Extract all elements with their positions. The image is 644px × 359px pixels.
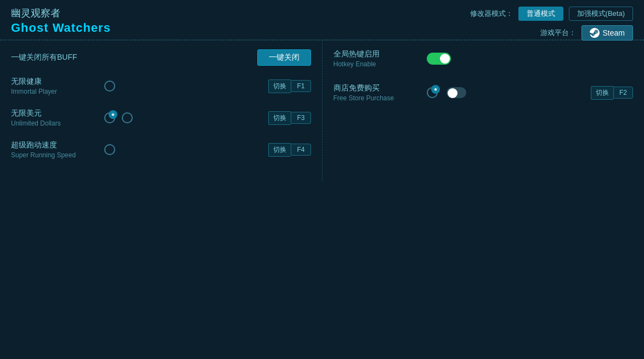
toggle-circle-running[interactable] (104, 144, 115, 155)
toggle-dollars: ★ (104, 112, 133, 123)
mode-normal-button[interactable]: 普通模式 (518, 7, 563, 21)
keybind-key-dollars: F3 (291, 112, 310, 124)
steam-icon (590, 28, 600, 38)
star-badge-store: ★ (431, 85, 440, 94)
app-container: 幽灵观察者 Ghost Watchers 修改器模式： 普通模式 加强模式(Be… (0, 0, 644, 359)
close-all-label: 一键关闭所有BUFF (11, 53, 77, 62)
toggle-circle-immortal[interactable] (104, 81, 115, 92)
keybind-running: 切换 F4 (268, 143, 310, 157)
left-panel: 一键关闭所有BUFF 一键关闭 无限健康 Immortal Player 切换 (0, 41, 323, 181)
keybind-switch-immortal[interactable]: 切换 (268, 79, 291, 93)
header-right: 修改器模式： 普通模式 加强模式(Beta) 游戏平台： Steam (470, 7, 633, 41)
platform-row: 游戏平台： Steam (540, 25, 633, 41)
hotkey-info: 全局热键启用 Hotkey Enable (334, 49, 421, 68)
toggle-circle-dollars-2[interactable] (122, 112, 133, 123)
feature-immortal-player: 无限健康 Immortal Player 切换 F1 (11, 77, 311, 95)
toggle-store: ★ (427, 87, 466, 98)
mode-row: 修改器模式： 普通模式 加强模式(Beta) (470, 7, 633, 21)
toggle-running (104, 144, 115, 155)
feature-en-dollars: Unlimited Dollars (11, 119, 99, 127)
feature-cn-store: 商店免费购买 (334, 83, 421, 93)
feature-free-store: 商店免费购买 Free Store Purchase ★ 切换 F2 (334, 83, 634, 102)
toggle-switch-store[interactable] (447, 87, 466, 98)
star-badge-dollars: ★ (109, 110, 117, 119)
feature-cn-dollars: 无限美元 (11, 109, 99, 118)
feature-info-store: 商店免费购买 Free Store Purchase (334, 83, 421, 102)
hotkey-cn: 全局热键启用 (334, 49, 421, 59)
keybind-switch-dollars[interactable]: 切换 (268, 111, 291, 125)
platform-label: 游戏平台： (540, 28, 576, 38)
right-panel: 全局热键启用 Hotkey Enable 商店免费购买 Free Store P… (323, 41, 645, 181)
feature-cn-immortal: 无限健康 (11, 77, 99, 87)
keybind-switch-store[interactable]: 切换 (591, 86, 613, 100)
keybind-key-store: F2 (613, 87, 633, 99)
keybind-key-immortal: F1 (291, 80, 310, 92)
feature-unlimited-dollars: 无限美元 Unlimited Dollars ★ 切换 F3 (11, 109, 311, 127)
steam-platform-button[interactable]: Steam (581, 25, 633, 41)
hotkey-enable-row: 全局热键启用 Hotkey Enable (334, 49, 634, 68)
feature-info-running: 超级跑动速度 Super Running Speed (11, 140, 99, 159)
mode-beta-button[interactable]: 加强模式(Beta) (569, 7, 633, 21)
feature-info-dollars: 无限美元 Unlimited Dollars (11, 109, 99, 127)
toggle-circle-store[interactable]: ★ (427, 87, 438, 98)
keybind-dollars: 切换 F3 (268, 111, 310, 125)
steam-label: Steam (603, 29, 625, 37)
toggle-circle-dollars[interactable]: ★ (104, 112, 115, 123)
keybind-store: 切换 F2 (591, 86, 633, 100)
toggle-immortal (104, 81, 115, 92)
feature-en-immortal: Immortal Player (11, 88, 99, 95)
hotkey-en: Hotkey Enable (334, 60, 421, 68)
feature-super-running: 超级跑动速度 Super Running Speed 切换 F4 (11, 140, 311, 159)
keybind-immortal: 切换 F1 (268, 79, 310, 93)
feature-info-immortal: 无限健康 Immortal Player (11, 77, 99, 95)
hotkey-toggle[interactable] (427, 53, 451, 65)
close-all-button[interactable]: 一键关闭 (257, 49, 311, 66)
keybind-switch-running[interactable]: 切换 (268, 143, 291, 157)
feature-en-running: Super Running Speed (11, 151, 99, 159)
mode-label: 修改器模式： (470, 9, 513, 19)
close-all-section: 一键关闭所有BUFF 一键关闭 (11, 49, 311, 66)
feature-cn-running: 超级跑动速度 (11, 140, 99, 150)
keybind-key-running: F4 (291, 144, 310, 156)
feature-en-store: Free Store Purchase (334, 94, 421, 102)
main-content: 一键关闭所有BUFF 一键关闭 无限健康 Immortal Player 切换 (0, 41, 644, 181)
